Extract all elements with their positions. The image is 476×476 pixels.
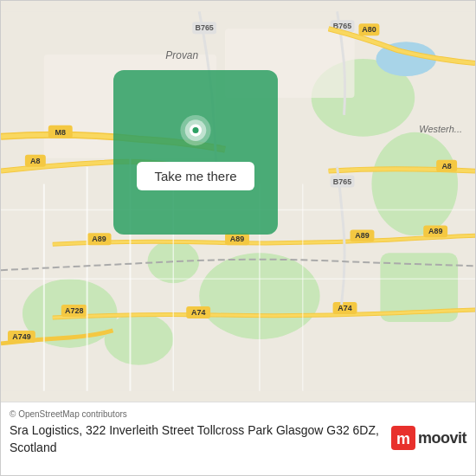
- moovit-text: moovit: [418, 429, 466, 447]
- svg-text:A89: A89: [428, 227, 442, 235]
- moovit-m-icon: m: [391, 426, 415, 450]
- moovit-logo: m moovit: [391, 422, 466, 450]
- attribution-text: © OpenStreetMap contributors: [10, 409, 127, 419]
- app-container: M8 A8 A8 A89 A89 A89 A89: [0, 0, 476, 476]
- address-row: Sra Logistics, 322 Inverleith Street Tol…: [10, 422, 466, 456]
- map-attribution: © OpenStreetMap contributors: [10, 409, 466, 419]
- map-area: M8 A8 A8 A89 A89 A89 A89: [1, 1, 475, 402]
- svg-text:m: m: [396, 430, 410, 447]
- svg-text:A89: A89: [230, 235, 244, 243]
- svg-text:M8: M8: [55, 128, 66, 137]
- svg-point-54: [192, 127, 198, 133]
- svg-point-4: [371, 132, 458, 236]
- svg-text:A89: A89: [355, 231, 369, 240]
- svg-text:A89: A89: [92, 235, 106, 243]
- take-me-there-button[interactable]: Take me there: [137, 162, 254, 190]
- svg-text:B765: B765: [333, 177, 351, 186]
- svg-text:Provan: Provan: [165, 49, 198, 61]
- svg-text:A74: A74: [338, 304, 351, 312]
- location-overlay: Take me there: [113, 70, 278, 235]
- svg-text:A749: A749: [12, 332, 30, 341]
- address-text: Sra Logistics, 322 Inverleith Street Tol…: [10, 422, 383, 456]
- svg-text:A80: A80: [362, 25, 376, 34]
- location-pin-icon: [177, 115, 215, 153]
- svg-text:A8: A8: [30, 157, 40, 165]
- svg-text:A8: A8: [441, 162, 451, 170]
- map-footer: © OpenStreetMap contributors Sra Logisti…: [1, 402, 475, 475]
- svg-text:A74: A74: [191, 308, 205, 317]
- svg-text:B765: B765: [195, 23, 213, 32]
- svg-point-2: [105, 313, 174, 365]
- svg-text:Westerh...: Westerh...: [419, 124, 462, 134]
- svg-text:A728: A728: [65, 306, 83, 315]
